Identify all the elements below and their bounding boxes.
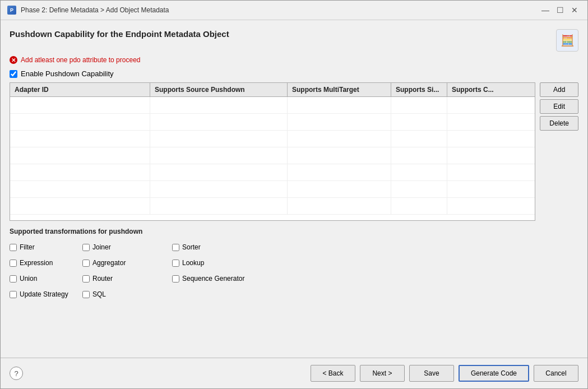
lookup-item: Lookup	[172, 256, 284, 270]
generate-code-button[interactable]: Generate Code	[459, 365, 529, 382]
next-button[interactable]: Next >	[360, 365, 405, 382]
title-bar: P Phase 2: Define Metadata > Add Object …	[1, 1, 587, 20]
page-header: Pushdown Capability for the Endpoint Met…	[10, 29, 578, 52]
error-text: Add atleast one pdo attribute to proceed	[21, 56, 141, 64]
col-source-pushdown: Supports Source Pushdown	[150, 83, 288, 96]
col-c: Supports C...	[447, 83, 509, 96]
enable-pushdown-checkbox[interactable]	[10, 70, 17, 78]
main-window: P Phase 2: Define Metadata > Add Object …	[0, 0, 588, 389]
page-title: Pushdown Capability for the Endpoint Met…	[10, 29, 229, 39]
joiner-label: Joiner	[92, 243, 111, 251]
cancel-button[interactable]: Cancel	[534, 365, 578, 382]
table-buttons: Add Edit Delete	[540, 82, 578, 221]
empty-col3-row4	[172, 287, 284, 302]
joiner-item: Joiner	[82, 240, 172, 254]
back-button[interactable]: < Back	[311, 365, 355, 382]
update-strategy-checkbox[interactable]	[10, 291, 17, 298]
col-si: Supports Si...	[391, 83, 447, 96]
help-button[interactable]: ?	[10, 367, 23, 380]
table-section: Adapter ID Supports Source Pushdown Supp…	[10, 82, 578, 221]
aggregator-item: Aggregator	[82, 256, 172, 270]
sequence-generator-label: Sequence Generator	[182, 275, 244, 283]
minimize-button[interactable]: —	[539, 4, 552, 16]
sql-item: SQL	[82, 287, 172, 302]
content-area: Pushdown Capability for the Endpoint Met…	[1, 20, 587, 358]
aggregator-label: Aggregator	[92, 259, 126, 267]
union-item: Union	[10, 271, 82, 286]
aggregator-checkbox[interactable]	[82, 260, 90, 267]
page-header-text: Pushdown Capability for the Endpoint Met…	[10, 29, 229, 39]
update-strategy-item: Update Strategy	[10, 287, 82, 302]
sorter-item: Sorter	[172, 240, 284, 254]
lookup-checkbox[interactable]	[172, 260, 179, 267]
filter-label: Filter	[20, 243, 35, 251]
error-icon: ✕	[10, 56, 17, 64]
col-multitarget: Supports MultiTarget	[288, 83, 391, 96]
table-row	[10, 164, 535, 181]
sequence-generator-checkbox[interactable]	[172, 275, 179, 283]
table-row	[10, 147, 535, 164]
window-controls: — ☐ ✕	[539, 4, 581, 16]
transformations-section: Supported transformations for pushdown F…	[10, 228, 578, 302]
update-strategy-label: Update Strategy	[20, 290, 68, 298]
calculator-icon: 🧮	[561, 34, 575, 47]
union-label: Union	[20, 275, 37, 283]
expression-checkbox[interactable]	[10, 260, 17, 267]
app-icon: P	[7, 6, 16, 15]
footer-right: < Back Next > Save Generate Code Cancel	[311, 365, 578, 382]
pushdown-table: Adapter ID Supports Source Pushdown Supp…	[10, 82, 535, 221]
filter-item: Filter	[10, 240, 82, 254]
enable-pushdown-row: Enable Pushdown Capability	[10, 70, 578, 78]
table-row	[10, 131, 535, 147]
joiner-checkbox[interactable]	[82, 244, 90, 251]
transformations-title: Supported transformations for pushdown	[10, 228, 578, 235]
save-button[interactable]: Save	[409, 365, 454, 382]
table-row	[10, 198, 535, 215]
maximize-button[interactable]: ☐	[554, 4, 566, 16]
delete-button[interactable]: Delete	[540, 116, 578, 131]
sequence-generator-item: Sequence Generator	[172, 271, 284, 286]
expression-label: Expression	[20, 259, 53, 267]
footer: ? < Back Next > Save Generate Code Cance…	[1, 358, 587, 388]
edit-button[interactable]: Edit	[540, 99, 578, 114]
table-body[interactable]	[10, 97, 535, 220]
router-item: Router	[82, 271, 172, 286]
table-row	[10, 97, 535, 114]
header-icon: 🧮	[556, 29, 578, 52]
sorter-checkbox[interactable]	[172, 244, 179, 251]
transformations-grid: Filter Joiner Sorter Expression Agg	[10, 240, 578, 302]
router-label: Router	[92, 275, 113, 283]
sql-label: SQL	[92, 290, 106, 298]
add-button[interactable]: Add	[540, 82, 578, 97]
close-button[interactable]: ✕	[568, 4, 581, 16]
sql-checkbox[interactable]	[82, 291, 90, 298]
footer-left: ?	[10, 367, 23, 380]
col-adapter-id: Adapter ID	[10, 83, 150, 96]
router-checkbox[interactable]	[82, 275, 90, 283]
sorter-label: Sorter	[182, 243, 201, 251]
filter-checkbox[interactable]	[10, 244, 17, 251]
title-bar-left: P Phase 2: Define Metadata > Add Object …	[7, 6, 169, 15]
expression-item: Expression	[10, 256, 82, 270]
table-row	[10, 114, 535, 131]
enable-pushdown-label: Enable Pushdown Capability	[21, 70, 114, 78]
lookup-label: Lookup	[182, 259, 204, 267]
table-row	[10, 181, 535, 198]
table-header: Adapter ID Supports Source Pushdown Supp…	[10, 83, 535, 97]
error-message-row: ✕ Add atleast one pdo attribute to proce…	[10, 56, 578, 64]
union-checkbox[interactable]	[10, 275, 17, 283]
window-title: Phase 2: Define Metadata > Add Object Me…	[21, 6, 169, 14]
